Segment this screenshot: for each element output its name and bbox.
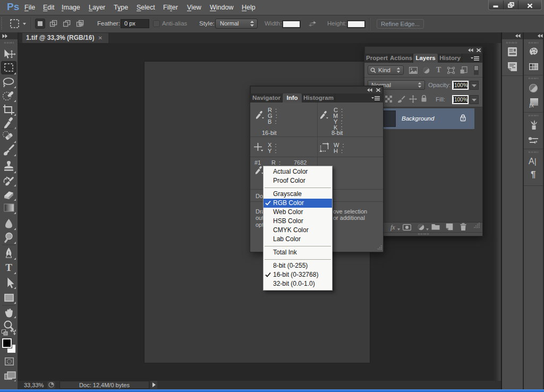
svg-text:T: T [5, 262, 12, 273]
svg-text:fx: fx [529, 101, 534, 108]
